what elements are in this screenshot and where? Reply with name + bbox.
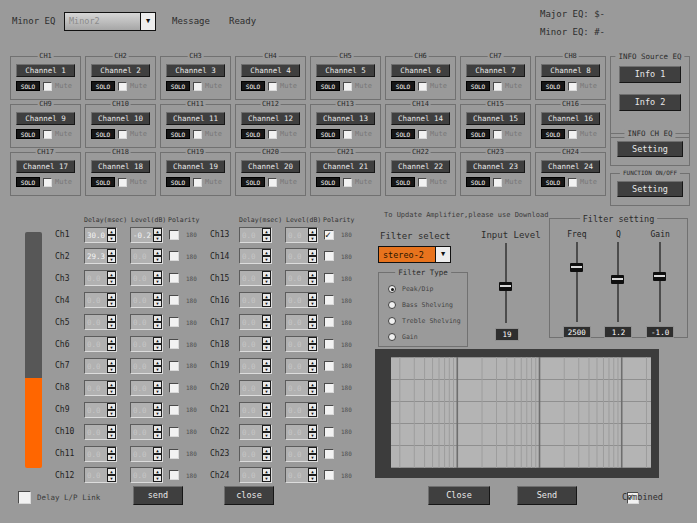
spin-down-icon[interactable]: ▼ [107, 256, 116, 263]
channel-name-button[interactable]: Channel 21 [316, 160, 375, 173]
slider-track[interactable] [576, 242, 578, 322]
channel-name-button[interactable]: Channel 19 [166, 160, 225, 173]
solo-button[interactable]: SOLO [391, 177, 415, 187]
mute-checkbox[interactable] [568, 178, 577, 187]
spin-down-icon[interactable]: ▼ [262, 432, 271, 439]
send-button[interactable]: send [133, 486, 183, 505]
polarity-checkbox[interactable] [169, 361, 179, 371]
solo-button[interactable]: SOLO [391, 129, 415, 139]
channel-name-button[interactable]: Channel 9 [16, 112, 75, 125]
spin-down-icon[interactable]: ▼ [262, 366, 271, 373]
spin-up-icon[interactable]: ▲ [262, 249, 271, 256]
level-spinner[interactable]: 0.0 ▲ ▼ [285, 467, 318, 483]
spin-down-icon[interactable]: ▼ [107, 410, 116, 417]
solo-button[interactable]: SOLO [316, 177, 340, 187]
level-spinner[interactable]: 0.0 ▲ ▼ [130, 270, 163, 286]
level-spinner[interactable]: 0.0 ▲ ▼ [130, 292, 163, 308]
spin-up-icon[interactable]: ▲ [308, 381, 317, 388]
delay-spinner[interactable]: 0.0 ▲ ▼ [239, 402, 272, 418]
spin-down-icon[interactable]: ▼ [262, 278, 271, 285]
level-spinner[interactable]: 0.0 ▲ ▼ [285, 446, 318, 462]
spin-down-icon[interactable]: ▼ [107, 278, 116, 285]
solo-button[interactable]: SOLO [16, 129, 40, 139]
spin-up-icon[interactable]: ▲ [262, 293, 271, 300]
polarity-checkbox[interactable] [324, 383, 334, 393]
level-spinner[interactable]: 0.0 ▲ ▼ [285, 248, 318, 264]
spin-down-icon[interactable]: ▼ [107, 322, 116, 329]
channel-name-button[interactable]: Channel 7 [466, 64, 525, 77]
spin-up-icon[interactable]: ▲ [153, 293, 162, 300]
solo-button[interactable]: SOLO [91, 177, 115, 187]
spin-up-icon[interactable]: ▲ [153, 315, 162, 322]
spin-up-icon[interactable]: ▲ [308, 359, 317, 366]
delay-spinner[interactable]: 0.0 ▲ ▼ [239, 292, 272, 308]
mute-checkbox[interactable] [268, 82, 277, 91]
filter-type-option[interactable]: Bass Shelving [388, 297, 467, 313]
spin-down-icon[interactable]: ▼ [262, 300, 271, 307]
mute-checkbox[interactable] [118, 82, 127, 91]
level-spinner[interactable]: -0.2 ▲ ▼ [130, 227, 163, 243]
polarity-checkbox[interactable] [169, 295, 179, 305]
spin-up-icon[interactable]: ▲ [308, 447, 317, 454]
spin-up-icon[interactable]: ▲ [107, 271, 116, 278]
filter-type-option[interactable]: Peak/Dip [388, 281, 467, 297]
solo-button[interactable]: SOLO [541, 177, 565, 187]
channel-name-button[interactable]: Channel 22 [391, 160, 450, 173]
channel-name-button[interactable]: Channel 2 [91, 64, 150, 77]
delay-spinner[interactable]: 0.0 ▲ ▼ [84, 314, 117, 330]
spin-down-icon[interactable]: ▼ [308, 410, 317, 417]
delay-spinner[interactable]: 0.0 ▲ ▼ [239, 424, 272, 440]
channel-name-button[interactable]: Channel 11 [166, 112, 225, 125]
spin-down-icon[interactable]: ▼ [262, 410, 271, 417]
polarity-checkbox[interactable] [324, 405, 334, 415]
spin-down-icon[interactable]: ▼ [308, 475, 317, 482]
spin-down-icon[interactable]: ▼ [107, 388, 116, 395]
spin-up-icon[interactable]: ▲ [107, 315, 116, 322]
solo-button[interactable]: SOLO [241, 129, 265, 139]
delay-spinner[interactable]: 0.0 ▲ ▼ [84, 424, 117, 440]
spin-up-icon[interactable]: ▲ [308, 425, 317, 432]
level-spinner[interactable]: 0.0 ▲ ▼ [130, 380, 163, 396]
delay-spinner[interactable]: 0.0 ▲ ▼ [84, 292, 117, 308]
slider-handle[interactable] [611, 275, 624, 284]
level-spinner[interactable]: 0.0 ▲ ▼ [285, 358, 318, 374]
mute-checkbox[interactable] [493, 82, 502, 91]
polarity-checkbox[interactable] [169, 339, 179, 349]
solo-button[interactable]: SOLO [316, 129, 340, 139]
channel-name-button[interactable]: Channel 16 [541, 112, 600, 125]
spin-up-icon[interactable]: ▲ [262, 447, 271, 454]
solo-button[interactable]: SOLO [466, 129, 490, 139]
polarity-checkbox[interactable] [324, 230, 334, 240]
channel-name-button[interactable]: Channel 3 [166, 64, 225, 77]
spin-down-icon[interactable]: ▼ [153, 454, 162, 461]
spin-up-icon[interactable]: ▲ [153, 403, 162, 410]
level-spinner[interactable]: 0.0 ▲ ▼ [285, 314, 318, 330]
mute-checkbox[interactable] [568, 82, 577, 91]
level-spinner[interactable]: 0.0 ▲ ▼ [130, 446, 163, 462]
spin-up-icon[interactable]: ▲ [153, 271, 162, 278]
delay-spinner[interactable]: 29.3 ▲ ▼ [84, 248, 117, 264]
channel-name-button[interactable]: Channel 20 [241, 160, 300, 173]
channel-name-button[interactable]: Channel 13 [316, 112, 375, 125]
spin-down-icon[interactable]: ▼ [153, 410, 162, 417]
mute-checkbox[interactable] [193, 130, 202, 139]
spin-up-icon[interactable]: ▲ [308, 315, 317, 322]
spin-up-icon[interactable]: ▲ [153, 425, 162, 432]
mute-checkbox[interactable] [568, 130, 577, 139]
spin-down-icon[interactable]: ▼ [107, 300, 116, 307]
mute-checkbox[interactable] [268, 130, 277, 139]
spin-up-icon[interactable]: ▲ [153, 249, 162, 256]
solo-button[interactable]: SOLO [466, 177, 490, 187]
solo-button[interactable]: SOLO [541, 129, 565, 139]
spin-up-icon[interactable]: ▲ [308, 337, 317, 344]
level-spinner[interactable]: 0.0 ▲ ▼ [130, 358, 163, 374]
channel-name-button[interactable]: Channel 4 [241, 64, 300, 77]
level-spinner[interactable]: 0.0 ▲ ▼ [285, 424, 318, 440]
polarity-checkbox[interactable] [169, 383, 179, 393]
minor-eq-dropdown[interactable]: Minor2 ▼ [64, 12, 156, 31]
delay-spinner[interactable]: 0.0 ▲ ▼ [84, 467, 117, 483]
spin-down-icon[interactable]: ▼ [153, 256, 162, 263]
filter-type-option[interactable]: Treble Shelving [388, 313, 467, 329]
delay-spinner[interactable]: 0.0 ▲ ▼ [84, 358, 117, 374]
spin-up-icon[interactable]: ▲ [153, 228, 162, 235]
